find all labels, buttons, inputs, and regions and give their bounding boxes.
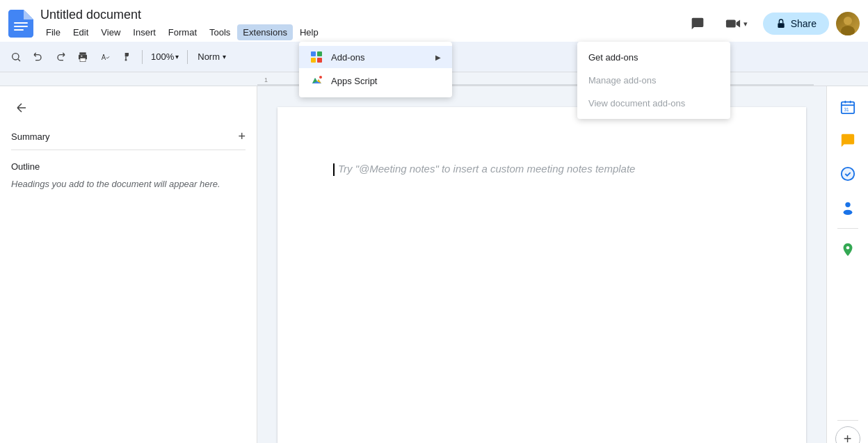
svg-rect-28: [310, 74, 324, 88]
google-docs-icon: [8, 10, 33, 38]
zoom-arrow: ▾: [175, 53, 179, 61]
meet-button[interactable]: ▾: [717, 13, 756, 34]
right-sidebar: 31: [826, 86, 868, 443]
svg-rect-2: [14, 29, 24, 31]
title-area: Untitled document File Edit View Insert …: [40, 7, 685, 40]
svg-rect-24: [311, 51, 316, 56]
svg-text:31: 31: [844, 107, 849, 112]
appsscript-item-left: Apps Script: [310, 74, 377, 88]
menu-bar: File Edit View Insert Format Tools Exten…: [40, 24, 685, 40]
style-arrow: ▾: [223, 53, 226, 61]
contacts-panel-button[interactable]: [834, 193, 862, 221]
svg-rect-0: [14, 22, 28, 24]
doc-area[interactable]: Try "@Meeting notes" to insert a custom …: [257, 86, 826, 443]
extensions-dropdown: Add-ons ▶ Apps Script: [299, 42, 452, 97]
doc-placeholder-text: Try "@Meeting notes" to insert a custom …: [338, 163, 635, 175]
comment-button[interactable]: [685, 11, 710, 36]
calendar-panel-button[interactable]: 31: [834, 93, 862, 121]
text-cursor: [333, 163, 335, 176]
paint-format-button[interactable]: [117, 47, 138, 67]
sidebar: Summary + Outline Headings you add to th…: [0, 86, 257, 443]
share-button[interactable]: Share: [763, 13, 829, 35]
zoom-value: 100%: [151, 51, 174, 62]
redo-icon: [55, 51, 66, 63]
svg-rect-4: [778, 23, 784, 28]
calendar-icon: 31: [840, 99, 855, 115]
summary-label: Summary: [11, 131, 50, 142]
tasks-icon: [840, 166, 855, 182]
svg-rect-8: [79, 52, 86, 54]
doc-page[interactable]: Try "@Meeting notes" to insert a custom …: [278, 107, 806, 443]
chat-panel-button[interactable]: [834, 127, 862, 154]
manage-addons-item: Manage add-ons: [577, 69, 730, 92]
svg-rect-12: [125, 59, 127, 61]
svg-point-20: [841, 168, 853, 180]
maps-panel-button[interactable]: [834, 236, 862, 264]
svg-rect-11: [81, 56, 82, 56]
svg-rect-27: [317, 58, 322, 63]
style-value: Norm: [198, 51, 220, 62]
apps-script-logo: [310, 74, 324, 88]
svg-rect-16: [844, 101, 846, 104]
maps-icon: [840, 242, 855, 257]
appsscript-menu-item[interactable]: Apps Script: [299, 68, 452, 93]
svg-rect-1: [14, 26, 28, 27]
summary-section: Summary +: [11, 129, 246, 144]
get-addons-item[interactable]: Get add-ons: [577, 46, 730, 69]
svg-point-5: [844, 17, 852, 25]
svg-point-29: [319, 76, 322, 79]
svg-point-21: [845, 202, 850, 207]
share-label: Share: [791, 18, 817, 29]
video-icon: [725, 17, 741, 30]
toolbar-separator-1: [142, 50, 143, 64]
chat-icon: [840, 133, 855, 148]
menu-file[interactable]: File: [40, 24, 66, 40]
manage-addons-label: Manage add-ons: [588, 75, 657, 86]
get-addons-label: Get add-ons: [588, 52, 638, 63]
paint-format-icon: [122, 51, 133, 63]
svg-point-6: [841, 26, 855, 35]
header-right: ▾ Share: [685, 11, 860, 36]
svg-point-22: [843, 210, 852, 215]
addons-label: Add-ons: [331, 52, 364, 63]
title-bar: Untitled document File Edit View Insert …: [0, 0, 868, 42]
menu-view[interactable]: View: [95, 24, 126, 40]
user-avatar[interactable]: [836, 12, 860, 35]
spellcheck-icon: [99, 51, 111, 63]
addons-menu-item[interactable]: Add-ons ▶: [299, 46, 452, 68]
sidebar-back-button[interactable]: [11, 97, 32, 118]
add-panel-button[interactable]: +: [835, 426, 860, 443]
avatar-image: [836, 12, 860, 35]
svg-rect-17: [849, 101, 851, 104]
meet-arrow: ▾: [744, 19, 748, 29]
style-selector[interactable]: Norm ▾: [192, 50, 255, 63]
menu-format[interactable]: Format: [163, 24, 202, 40]
zoom-selector[interactable]: 100% ▾: [147, 50, 183, 63]
search-icon: [10, 51, 22, 63]
redo-button[interactable]: [50, 47, 71, 67]
undo-button[interactable]: [28, 47, 49, 67]
toolbar-separator-2: [187, 50, 188, 64]
menu-edit[interactable]: Edit: [67, 24, 94, 40]
menu-help[interactable]: Help: [294, 24, 324, 40]
print-button[interactable]: [72, 47, 93, 67]
add-summary-button[interactable]: +: [238, 129, 246, 144]
menu-insert[interactable]: Insert: [127, 24, 161, 40]
search-button[interactable]: [6, 47, 26, 67]
sidebar-divider: [11, 150, 246, 150]
main-layout: Summary + Outline Headings you add to th…: [0, 86, 868, 443]
tasks-panel-button[interactable]: [834, 160, 862, 188]
svg-point-7: [13, 53, 19, 59]
comment-icon: [691, 17, 705, 31]
addons-icon: [310, 51, 324, 63]
menu-tools[interactable]: Tools: [204, 24, 236, 40]
view-addons-label: View document add-ons: [588, 98, 685, 108]
addons-grid-icon: [311, 51, 323, 63]
svg-rect-10: [80, 58, 86, 61]
add-panel-label: +: [844, 431, 852, 444]
outline-label: Outline: [11, 161, 40, 172]
svg-point-23: [846, 246, 849, 250]
menu-extensions[interactable]: Extensions: [237, 24, 293, 40]
doc-title[interactable]: Untitled document: [40, 7, 685, 23]
spellcheck-button[interactable]: [95, 47, 115, 67]
